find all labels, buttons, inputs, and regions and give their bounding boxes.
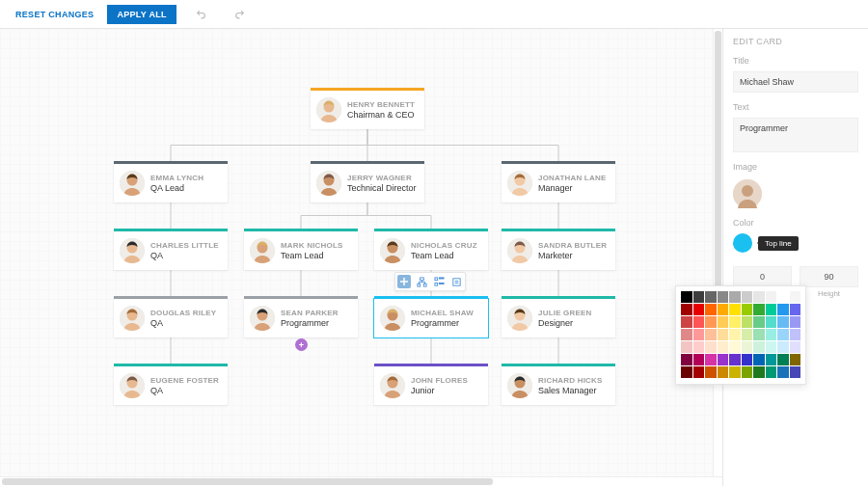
palette-color[interactable] xyxy=(729,354,741,365)
palette-color[interactable] xyxy=(766,329,777,340)
palette-color[interactable] xyxy=(753,366,765,378)
color-swatch[interactable] xyxy=(733,233,752,253)
palette-color[interactable] xyxy=(705,291,717,303)
title-input[interactable]: Michael Shaw xyxy=(733,71,858,93)
palette-color[interactable] xyxy=(693,366,705,378)
palette-color[interactable] xyxy=(742,341,753,353)
palette-color[interactable] xyxy=(753,304,765,315)
palette-color[interactable] xyxy=(766,366,777,378)
palette-color[interactable] xyxy=(705,329,717,340)
palette-color[interactable] xyxy=(693,304,705,315)
palette-color[interactable] xyxy=(693,316,705,328)
height-input[interactable]: 90 xyxy=(800,266,858,287)
palette-color[interactable] xyxy=(766,341,777,353)
org-card-jerry[interactable]: JERRY WAGNER Technical Director xyxy=(311,164,424,202)
palette-color[interactable] xyxy=(693,341,705,353)
horizontal-scrollbar[interactable] xyxy=(0,476,722,486)
palette-color[interactable] xyxy=(766,291,777,303)
palette-color[interactable] xyxy=(681,354,692,365)
palette-color[interactable] xyxy=(705,316,717,328)
palette-color[interactable] xyxy=(777,354,789,365)
org-card-mark[interactable]: MARK NICHOLS Team Lead xyxy=(244,231,358,270)
redo-button[interactable] xyxy=(227,5,254,24)
org-card-richard[interactable]: RICHARD HICKS Sales Manager xyxy=(502,366,615,405)
reset-changes-button[interactable]: RESET CHANGES xyxy=(8,5,101,24)
palette-color[interactable] xyxy=(790,316,801,328)
org-card-michael[interactable]: MICHAEL SHAW Programmer xyxy=(374,299,488,338)
undo-button[interactable] xyxy=(188,5,215,24)
palette-color[interactable] xyxy=(693,329,705,340)
hierarchy-tool-icon[interactable] xyxy=(415,275,428,288)
org-card-sean[interactable]: SEAN PARKER Programmer xyxy=(244,299,358,338)
org-card-charles[interactable]: CHARLES LITTLE QA xyxy=(114,231,228,270)
palette-color[interactable] xyxy=(681,366,692,378)
palette-color[interactable] xyxy=(753,354,765,365)
palette-color[interactable] xyxy=(718,354,729,365)
palette-color[interactable] xyxy=(681,329,692,340)
palette-color[interactable] xyxy=(790,341,801,353)
palette-color[interactable] xyxy=(705,304,717,315)
palette-color[interactable] xyxy=(766,316,777,328)
palette-color[interactable] xyxy=(777,316,789,328)
palette-color[interactable] xyxy=(718,366,729,378)
palette-color[interactable] xyxy=(718,316,729,328)
palette-color[interactable] xyxy=(777,304,789,315)
palette-color[interactable] xyxy=(718,291,729,303)
org-card-sandra[interactable]: SANDRA BUTLER Marketer xyxy=(502,231,615,270)
list-tool-icon[interactable] xyxy=(432,275,446,288)
vertical-scrollbar[interactable] xyxy=(713,29,722,476)
palette-color[interactable] xyxy=(705,354,717,365)
top-input[interactable]: 0 xyxy=(733,266,792,287)
palette-color[interactable] xyxy=(681,291,692,303)
palette-color[interactable] xyxy=(718,304,729,315)
palette-color[interactable] xyxy=(790,291,801,303)
org-chart-canvas[interactable]: + HENRY BENNETT Chairman & CEO EMMA LYNC… xyxy=(0,29,714,476)
text-input[interactable]: Programmer xyxy=(733,118,858,152)
palette-color[interactable] xyxy=(777,329,789,340)
palette-color[interactable] xyxy=(742,354,753,365)
org-card-john[interactable]: JOHN FLORES Junior xyxy=(374,366,488,405)
org-card-douglas[interactable]: DOUGLAS RILEY QA xyxy=(114,299,228,338)
add-node-badge[interactable]: + xyxy=(295,338,308,351)
palette-color[interactable] xyxy=(681,316,692,328)
palette-color[interactable] xyxy=(693,354,705,365)
palette-color[interactable] xyxy=(729,291,741,303)
palette-color[interactable] xyxy=(742,329,753,340)
palette-color[interactable] xyxy=(681,304,692,315)
palette-color[interactable] xyxy=(729,366,741,378)
org-card-henry[interactable]: HENRY BENNETT Chairman & CEO xyxy=(311,91,424,129)
palette-color[interactable] xyxy=(718,341,729,353)
palette-color[interactable] xyxy=(790,304,801,315)
org-card-julie[interactable]: JULIE GREEN Designer xyxy=(502,299,615,338)
palette-color[interactable] xyxy=(766,304,777,315)
org-card-jon[interactable]: JONATHAN LANE Manager xyxy=(502,164,615,202)
palette-color[interactable] xyxy=(753,316,765,328)
org-card-nicholas[interactable]: NICHOLAS CRUZ Team Lead xyxy=(374,231,488,270)
palette-color[interactable] xyxy=(790,366,801,378)
palette-color[interactable] xyxy=(729,329,741,340)
palette-color[interactable] xyxy=(742,366,753,378)
palette-color[interactable] xyxy=(742,304,753,315)
image-avatar[interactable] xyxy=(733,179,762,208)
palette-color[interactable] xyxy=(729,341,741,353)
add-child-button[interactable] xyxy=(397,275,411,288)
palette-color[interactable] xyxy=(742,316,753,328)
palette-color[interactable] xyxy=(729,304,741,315)
palette-color[interactable] xyxy=(766,354,777,365)
palette-color[interactable] xyxy=(693,291,705,303)
palette-color[interactable] xyxy=(742,291,753,303)
palette-color[interactable] xyxy=(718,329,729,340)
palette-color[interactable] xyxy=(753,329,765,340)
apply-all-button[interactable]: APPLY ALL xyxy=(107,5,176,24)
palette-color[interactable] xyxy=(777,366,789,378)
color-palette-popover[interactable] xyxy=(675,285,806,385)
org-card-eugene[interactable]: EUGENE FOSTER QA xyxy=(114,366,228,405)
palette-color[interactable] xyxy=(753,341,765,353)
palette-color[interactable] xyxy=(681,341,692,353)
card-tool-icon[interactable] xyxy=(449,275,463,288)
palette-color[interactable] xyxy=(777,341,789,353)
org-card-emma[interactable]: EMMA LYNCH QA Lead xyxy=(114,164,228,202)
palette-color[interactable] xyxy=(777,291,789,303)
palette-color[interactable] xyxy=(790,329,801,340)
palette-color[interactable] xyxy=(705,341,717,353)
